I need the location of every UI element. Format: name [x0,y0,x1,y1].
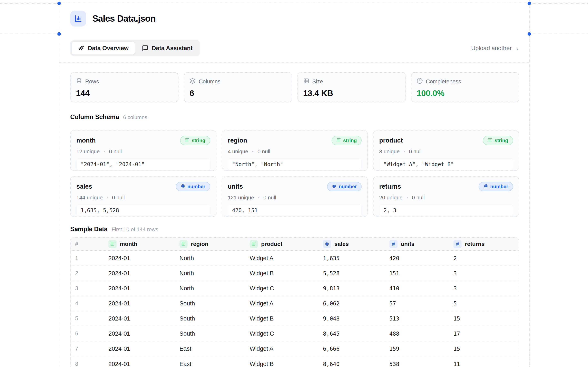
tab-label: Data Assistant [152,45,192,52]
chat-bubble-icon [142,45,148,51]
null-count: 0 null [109,149,122,155]
cell-units: 420 [389,255,453,261]
cell-region: South [180,330,250,337]
cell-month: 2024-01 [108,361,180,367]
align-left-icon [185,138,190,143]
table-body: 12024-01NorthWidget A1,635420222024-01No… [71,251,519,367]
cell-returns: 3 [453,270,519,276]
cell-sales: 6,062 [323,300,389,307]
cell-sales: 5,528 [323,270,389,276]
dot-separator [107,197,108,198]
cell-returns: 3 [453,285,519,292]
dot-separator [104,151,105,152]
stat-label-row: Columns [190,78,286,85]
cell-region: East [180,345,250,352]
row-index: 1 [71,255,108,261]
sample-data-heading: Sample Data First 10 of 144 rows [70,225,519,233]
row-index: 5 [71,315,108,322]
column-stats: 3 unique 0 null [379,149,513,155]
content: Rows 144 Columns 6 Size [59,63,529,367]
cell-region: North [180,255,250,262]
hash-icon [484,184,488,189]
type-badge: string [180,136,210,145]
sparkles-icon [78,45,85,51]
file-type-icon-box [70,11,86,26]
dot-separator [404,151,405,152]
cell-sales: 9,048 [323,315,389,322]
stat-value: 144 [76,89,173,98]
column-header: sales [323,240,389,248]
stat-label-row: Completeness [417,78,513,85]
upload-another-link[interactable]: Upload another → [471,45,519,52]
type-badge: number [327,182,362,191]
tab-data-overview[interactable]: Data Overview [72,42,135,55]
column-stats: 4 unique 0 null [228,149,362,155]
table-row: 72024-01EastWidget A6,66615915 [71,341,519,356]
cell-sales: 8,640 [323,361,389,367]
schema-grid: month string 12 unique 0 null "2024-01",… [70,130,519,217]
cell-month: 2024-01 [108,315,180,322]
column-header: units [389,240,453,248]
column-name: product [379,137,403,144]
selection-handle-dot[interactable] [527,32,531,36]
index-column-header: # [71,241,108,247]
sample-values: "North", "North" [228,159,362,170]
selection-handle-dot[interactable] [527,2,531,5]
cell-product: Widget A [250,300,323,307]
dot-separator [407,197,408,198]
selection-handle-dot[interactable] [57,32,61,36]
type-badge-label: string [192,138,205,143]
sample-values: 2, 3 [379,205,513,216]
cell-sales: 1,635 [323,255,389,261]
type-badge-label: number [339,184,357,189]
stat-label-row: Size [303,78,400,85]
cell-units: 538 [389,361,453,367]
cell-units: 151 [389,270,453,276]
row-index: 8 [71,361,108,367]
tab-data-assistant[interactable]: Data Assistant [136,42,199,55]
unique-count: 20 unique [379,194,402,201]
cell-region: South [180,300,250,307]
section-subtitle: First 10 of 144 rows [112,226,158,233]
type-badge-label: number [490,184,508,189]
tab-group: Data Overview Data Assistant [70,40,200,56]
column-header: returns [453,240,519,248]
section-title: Column Schema [70,113,119,121]
schema-column-card: units number 121 unique 0 null 420, 151 [222,176,368,217]
cell-month: 2024-01 [108,270,180,277]
cell-units: 513 [389,315,453,322]
table-row: 22024-01NorthWidget B5,5281513 [71,266,519,281]
type-badge-label: string [494,138,508,143]
hash-icon [453,240,462,248]
stat-label: Columns [199,78,221,85]
cell-product: Widget B [250,361,323,367]
stat-label-row: Rows [76,78,173,85]
file-overview-card: Sales Data.json Data Overview Data Assis… [59,3,529,367]
unique-count: 121 unique [228,194,254,201]
sample-values: 1,635, 5,528 [76,205,210,216]
null-count: 0 null [412,194,425,201]
schema-column-card: region string 4 unique 0 null "North", "… [222,130,368,171]
column-stats: 121 unique 0 null [228,194,362,201]
table-row: 12024-01NorthWidget A1,6354202 [71,251,519,266]
dot-separator [258,197,259,198]
schema-column-card: product string 3 unique 0 null "Widget A… [373,130,519,171]
cell-product: Widget C [250,285,323,292]
schema-column-card: sales number 144 unique 0 null 1,635, 5,… [70,176,216,217]
column-header: region [180,240,250,248]
column-stats: 20 unique 0 null [379,194,513,201]
cell-product: Widget B [250,315,323,322]
column-header-label: units [401,241,415,247]
column-name: sales [76,183,92,190]
hash-icon [323,240,331,248]
selection-handle-dot[interactable] [57,2,61,5]
row-index: 3 [71,285,108,292]
cell-returns: 17 [453,331,519,337]
unique-count: 3 unique [379,149,399,155]
page-title: Sales Data.json [92,13,156,24]
cell-month: 2024-01 [108,285,180,292]
column-header-label: month [120,241,138,247]
column-header: month [108,240,180,248]
sample-values: "Widget A", "Widget B" [379,159,513,170]
unique-count: 12 unique [76,149,100,155]
